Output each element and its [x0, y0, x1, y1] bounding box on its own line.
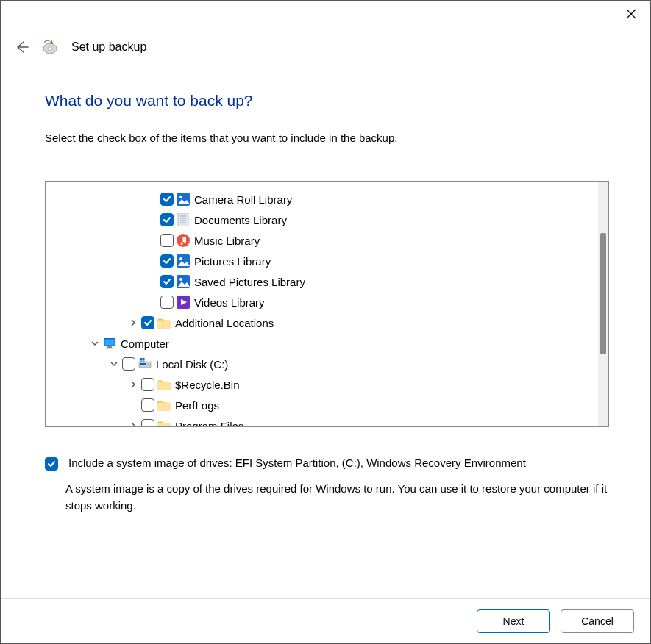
expander-open-icon[interactable]: [90, 338, 100, 348]
footer: Next Cancel: [1, 598, 650, 643]
backup-items-tree: Camera Roll LibraryDocuments LibraryMusi…: [45, 181, 609, 427]
page-heading: What do you want to back up?: [45, 92, 609, 110]
tree-item-label: Computer: [121, 337, 169, 350]
system-image-option: Include a system image of drives: EFI Sy…: [45, 457, 609, 471]
picture-icon: [177, 254, 190, 268]
tree-item-label: Videos Library: [194, 296, 265, 309]
tree-item-label: Music Library: [194, 235, 260, 247]
tree-item-label: PerfLogs: [175, 399, 219, 412]
folder-icon: [157, 419, 171, 426]
check-icon: [143, 318, 152, 327]
expander-closed-icon[interactable]: [128, 379, 138, 390]
tree-checkbox[interactable]: [141, 378, 154, 391]
video-icon: [177, 296, 190, 309]
svg-point-1: [48, 47, 52, 50]
content-area: What do you want to back up? Select the …: [1, 55, 650, 598]
check-icon: [163, 277, 171, 286]
tree-checkbox[interactable]: [141, 316, 154, 329]
scrollbar[interactable]: [598, 182, 608, 426]
monitor-icon: [103, 337, 116, 350]
tree-item[interactable]: Camera Roll Library: [46, 189, 598, 210]
folder-icon: [157, 398, 171, 412]
tree-item[interactable]: Music Library: [46, 230, 598, 251]
tree-checkbox[interactable]: [160, 254, 174, 268]
scrollbar-thumb[interactable]: [600, 233, 606, 354]
tree-content: Camera Roll LibraryDocuments LibraryMusi…: [46, 182, 598, 426]
tree-item[interactable]: PerfLogs: [46, 395, 598, 415]
expander-open-icon[interactable]: [109, 359, 119, 369]
tree-checkbox[interactable]: [160, 234, 174, 247]
tree-item-label: Documents Library: [194, 214, 287, 226]
tree-checkbox[interactable]: [141, 398, 154, 412]
check-icon: [47, 459, 56, 468]
check-icon: [163, 215, 171, 224]
cancel-button[interactable]: Cancel: [561, 609, 634, 633]
check-icon: [163, 257, 171, 265]
music-icon: [177, 234, 190, 247]
tree-checkbox[interactable]: [160, 296, 174, 309]
tree-checkbox[interactable]: [160, 213, 174, 226]
drive-icon: [138, 357, 152, 371]
tree-item[interactable]: $Recycle.Bin: [46, 374, 598, 395]
close-button[interactable]: [624, 7, 638, 21]
folder-icon: [157, 316, 171, 329]
tree-checkbox[interactable]: [122, 357, 135, 371]
system-image-label: Include a system image of drives: EFI Sy…: [68, 457, 526, 469]
tree-item[interactable]: Computer: [46, 333, 598, 354]
tree-item[interactable]: Local Disk (C:): [46, 354, 598, 374]
tree-item[interactable]: Pictures Library: [46, 251, 598, 271]
system-image-description: A system image is a copy of the drives r…: [65, 481, 609, 514]
tree-item-label: $Recycle.Bin: [175, 379, 240, 391]
tree-checkbox[interactable]: [160, 275, 174, 288]
tree-item-label: Saved Pictures Library: [194, 276, 305, 288]
window-title: Set up backup: [71, 40, 146, 54]
check-icon: [163, 195, 171, 204]
system-image-checkbox[interactable]: [45, 457, 58, 471]
tree-item-label: Camera Roll Library: [194, 193, 292, 206]
next-button[interactable]: Next: [477, 609, 550, 633]
tree-item-label: Program Files: [175, 420, 243, 427]
back-arrow-icon: [14, 40, 29, 54]
titlebar: [1, 1, 650, 30]
expander-closed-icon[interactable]: [128, 421, 138, 426]
document-icon: [177, 213, 190, 226]
backup-wizard-window: Set up backup What do you want to back u…: [0, 0, 651, 644]
tree-checkbox[interactable]: [160, 193, 174, 206]
header: Set up backup: [1, 39, 650, 55]
tree-item-label: Local Disk (C:): [156, 358, 228, 371]
picture-icon: [177, 193, 190, 206]
tree-item[interactable]: Videos Library: [46, 292, 598, 312]
tree-item-label: Additional Locations: [175, 317, 274, 329]
expander-closed-icon[interactable]: [128, 318, 138, 328]
tree-item[interactable]: Additional Locations: [46, 312, 598, 333]
instruction-text: Select the check box of the items that y…: [45, 132, 609, 144]
picture-icon: [177, 275, 190, 288]
back-button[interactable]: [14, 40, 29, 54]
tree-item-label: Pictures Library: [194, 255, 271, 268]
tree-item[interactable]: Saved Pictures Library: [46, 271, 598, 292]
tree-checkbox[interactable]: [141, 419, 154, 426]
tree-item[interactable]: Program Files: [46, 415, 598, 426]
close-icon: [626, 9, 636, 19]
tree-item[interactable]: Documents Library: [46, 210, 598, 230]
folder-icon: [157, 378, 171, 391]
backup-app-icon: [42, 39, 58, 55]
